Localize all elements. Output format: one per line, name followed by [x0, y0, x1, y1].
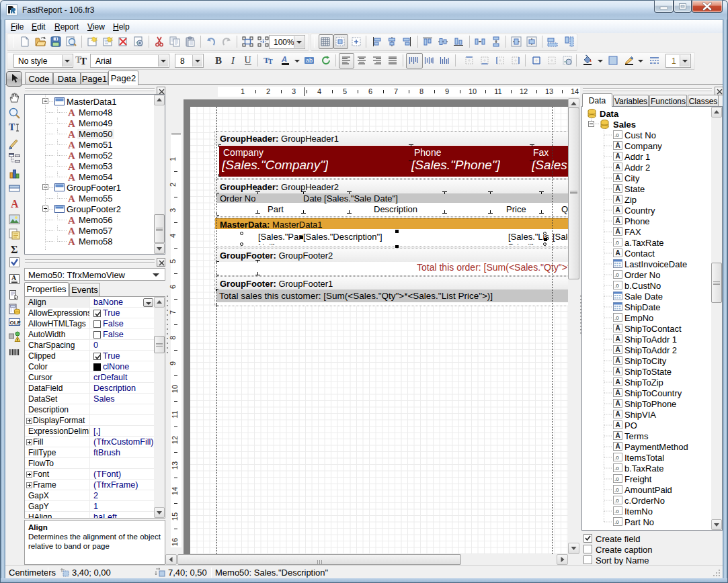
svg-text:A: A [11, 198, 19, 210]
svg-text:A: A [281, 55, 287, 63]
svg-text:OLE: OLE [10, 320, 22, 326]
svg-text:ab: ab [306, 57, 313, 64]
svg-text:T: T [9, 122, 15, 132]
svg-text:U: U [245, 55, 251, 65]
svg-text:B: B [215, 55, 222, 66]
svg-text:T: T [80, 56, 87, 66]
svg-text:T: T [268, 58, 273, 65]
svg-text:Σ: Σ [11, 244, 17, 255]
svg-text:I: I [231, 55, 235, 66]
svg-text:A: A [11, 274, 17, 281]
